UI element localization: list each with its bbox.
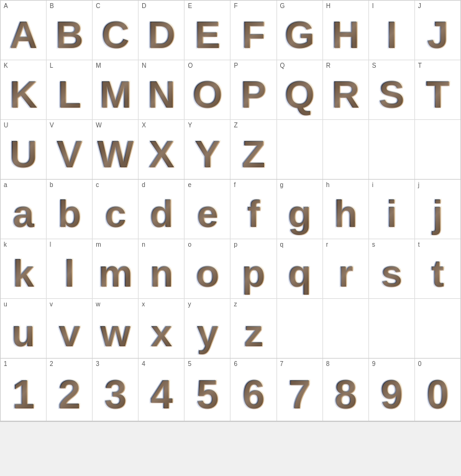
cell-glyph: q	[280, 249, 319, 297]
glyph-cell: BB	[47, 1, 93, 60]
cell-glyph: K	[4, 70, 43, 118]
cell-label: U	[4, 122, 8, 129]
cell-glyph: m	[96, 249, 135, 297]
cell-label: V	[50, 122, 54, 129]
glyph-cell: ff	[230, 180, 276, 239]
cell-glyph: Y	[188, 130, 227, 178]
glyph-cell: KK	[1, 60, 47, 119]
glyph-cell: CC	[93, 1, 139, 60]
cell-label: S	[372, 63, 377, 69]
glyph-cell: FF	[230, 1, 276, 60]
cell-label: p	[234, 242, 237, 248]
cell-glyph: r	[326, 249, 365, 297]
cell-glyph: 7	[280, 368, 319, 419]
cell-label: u	[4, 301, 7, 308]
glyph-cell: zz	[230, 299, 276, 358]
section-lowercase: aabbccddeeffgghhiijjkkllmmnnooppqqrrsstt…	[1, 180, 460, 359]
cell-glyph: O	[188, 70, 227, 118]
glyph-cell: 00	[415, 359, 460, 421]
cell-label: G	[280, 3, 285, 9]
cell-label: l	[50, 242, 51, 248]
glyph-cell: TT	[415, 60, 460, 119]
glyph-cell: DD	[139, 1, 185, 60]
cell-label: f	[234, 182, 235, 188]
glyph-cell: RR	[323, 60, 369, 119]
cell-glyph: z	[234, 309, 273, 357]
cell-label: W	[96, 122, 101, 129]
cell-glyph: F	[234, 11, 273, 58]
glyph-cell: ss	[369, 239, 415, 298]
cell-glyph: B	[50, 11, 89, 58]
cell-label: b	[50, 182, 53, 188]
glyph-cell: 11	[1, 359, 47, 421]
glyph-cell: 55	[185, 359, 230, 421]
cell-label: O	[188, 63, 193, 69]
cell-glyph: p	[234, 249, 273, 297]
glyph-cell: pp	[230, 239, 276, 298]
cell-glyph: l	[50, 249, 89, 297]
grid-row: 11223344556677889900	[1, 359, 460, 421]
grid-row: AABBCCDDEEFFGGHHIIJJ	[1, 1, 460, 60]
cell-label: v	[50, 301, 53, 308]
cell-glyph: j	[418, 190, 457, 237]
cell-label: F	[234, 3, 237, 9]
cell-label: J	[418, 3, 421, 9]
glyph-cell: rr	[323, 239, 369, 298]
cell-label: H	[326, 3, 331, 9]
glyph-cell: 66	[230, 359, 276, 421]
cell-glyph: t	[418, 249, 457, 297]
cell-label: E	[188, 3, 192, 9]
cell-label: M	[96, 63, 101, 69]
glyph-cell	[277, 299, 323, 358]
grid-row: UUVVWWXXYYZZ	[1, 120, 460, 179]
cell-glyph: X	[142, 130, 181, 178]
cell-glyph: 2	[50, 368, 89, 419]
cell-label: i	[372, 182, 373, 188]
cell-glyph: E	[188, 11, 227, 58]
cell-label: o	[188, 242, 191, 248]
cell-glyph: 1	[4, 368, 43, 419]
glyph-cell: 22	[47, 359, 93, 421]
cell-glyph: W	[96, 130, 135, 178]
glyph-cell: cc	[93, 180, 139, 239]
cell-label: I	[372, 3, 374, 9]
cell-glyph: M	[96, 70, 135, 118]
glyph-cell: XX	[139, 120, 185, 179]
cell-label: 1	[4, 361, 7, 367]
glyph-cell: mm	[93, 239, 139, 298]
glyph-cell: 77	[277, 359, 323, 421]
cell-label: X	[142, 122, 146, 129]
glyph-cell	[323, 120, 369, 179]
glyph-cell: AA	[1, 1, 47, 60]
cell-glyph: L	[50, 70, 89, 118]
glyph-cell	[369, 120, 415, 179]
glyph-cell: YY	[185, 120, 230, 179]
glyph-cell: jj	[415, 180, 460, 239]
cell-label: e	[188, 182, 191, 188]
cell-label: n	[142, 242, 145, 248]
cell-glyph: w	[96, 309, 135, 357]
cell-glyph: Z	[234, 130, 273, 178]
cell-glyph: d	[142, 190, 181, 237]
cell-glyph: Q	[280, 70, 319, 118]
cell-glyph: 6	[234, 368, 273, 419]
glyph-cell	[277, 120, 323, 179]
cell-glyph: c	[96, 190, 135, 237]
glyph-cell: dd	[139, 180, 185, 239]
cell-label: Y	[188, 122, 192, 129]
cell-glyph: G	[280, 11, 319, 58]
glyph-cell: 88	[323, 359, 369, 421]
glyph-cell: MM	[93, 60, 139, 119]
cell-label: k	[4, 242, 7, 248]
glyph-cell: kk	[1, 239, 47, 298]
cell-glyph: H	[326, 11, 365, 58]
cell-glyph: S	[372, 70, 411, 118]
cell-label: r	[326, 242, 328, 248]
cell-label: 6	[234, 361, 237, 367]
cell-glyph: b	[50, 190, 89, 237]
glyph-cell: nn	[139, 239, 185, 298]
glyph-cell: xx	[139, 299, 185, 358]
cell-glyph: h	[326, 190, 365, 237]
cell-label: 7	[280, 361, 284, 367]
cell-label: s	[372, 242, 375, 248]
